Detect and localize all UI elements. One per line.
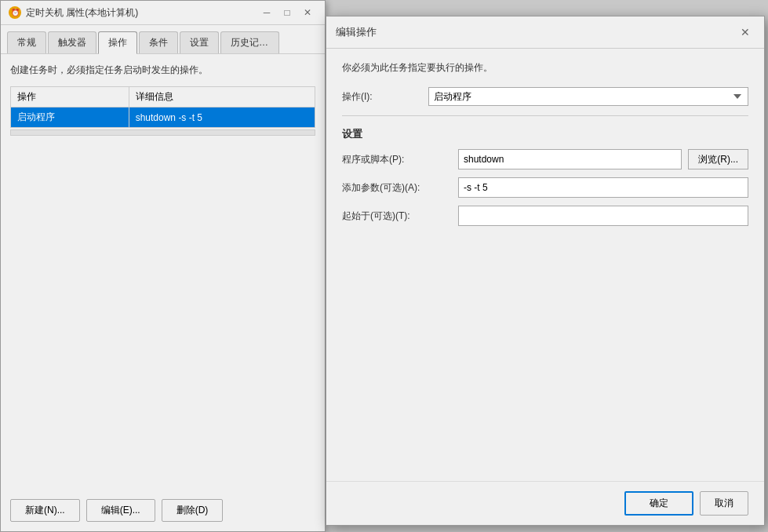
table-row[interactable]: 启动程序 shutdown -s -t 5 bbox=[11, 107, 315, 128]
bg-close-button[interactable]: ✕ bbox=[298, 5, 317, 20]
start-in-label: 起始于(可选)(T): bbox=[342, 210, 452, 223]
bg-title-controls: ─ □ ✕ bbox=[257, 5, 317, 20]
add-args-input[interactable] bbox=[458, 177, 748, 198]
task-scheduler-window: ⏰ 定时关机 属性(本地计算机) ─ □ ✕ 常规 触发器 操作 条件 设置 历… bbox=[0, 0, 326, 532]
dialog-close-button[interactable]: ✕ bbox=[736, 23, 755, 42]
edit-action-dialog: 编辑操作 ✕ 你必须为此任务指定要执行的操作。 操作(I): 启动程序 设置 程… bbox=[326, 16, 765, 526]
start-in-input[interactable] bbox=[458, 206, 748, 226]
col-detail: 详细信息 bbox=[129, 87, 315, 107]
tabs-bar: 常规 触发器 操作 条件 设置 历史记录(已... bbox=[1, 25, 325, 54]
table-scrollbar[interactable] bbox=[10, 129, 315, 136]
new-action-button[interactable]: 新建(N)... bbox=[10, 499, 80, 522]
add-args-row: 添加参数(可选)(A): bbox=[342, 177, 748, 198]
start-in-row: 起始于(可选)(T): bbox=[342, 206, 748, 226]
action-type-control: 启动程序 bbox=[428, 87, 748, 106]
tab-general[interactable]: 常规 bbox=[7, 31, 46, 53]
delete-action-button[interactable]: 删除(D) bbox=[162, 499, 224, 522]
ok-button[interactable]: 确定 bbox=[624, 491, 693, 516]
action-type-select[interactable]: 启动程序 bbox=[428, 87, 748, 106]
clock-icon: ⏰ bbox=[9, 6, 21, 19]
dialog-footer: 确定 取消 bbox=[326, 481, 764, 525]
program-input[interactable] bbox=[458, 149, 682, 169]
tab-conditions[interactable]: 条件 bbox=[139, 31, 178, 53]
dialog-hint-text: 你必须为此任务指定要执行的操作。 bbox=[342, 61, 748, 75]
bg-minimize-button[interactable]: ─ bbox=[257, 5, 276, 20]
bg-window-title: 定时关机 属性(本地计算机) bbox=[26, 6, 253, 20]
action-type-row: 操作(I): 启动程序 bbox=[342, 87, 748, 106]
edit-action-button[interactable]: 编辑(E)... bbox=[86, 499, 155, 522]
cancel-button[interactable]: 取消 bbox=[700, 491, 748, 516]
dialog-body: 你必须为此任务指定要执行的操作。 操作(I): 启动程序 设置 程序或脚本(P)… bbox=[326, 49, 764, 246]
col-action: 操作 bbox=[11, 87, 129, 107]
tab-actions[interactable]: 操作 bbox=[98, 31, 137, 54]
row-action: 启动程序 bbox=[11, 107, 129, 128]
settings-section: 设置 程序或脚本(P): 浏览(R)... 添加参数(可选)(A): 起始于(可… bbox=[342, 115, 748, 226]
action-type-label: 操作(I): bbox=[342, 90, 428, 104]
bg-title-bar: ⏰ 定时关机 属性(本地计算机) ─ □ ✕ bbox=[1, 1, 325, 25]
add-args-label: 添加参数(可选)(A): bbox=[342, 181, 452, 195]
settings-section-title: 设置 bbox=[342, 127, 748, 141]
actions-tab-content: 创建任务时，必须指定任务启动时发生的操作。 操作 详细信息 启动程序 shutd… bbox=[1, 54, 325, 145]
dialog-title: 编辑操作 bbox=[336, 25, 377, 39]
program-row: 程序或脚本(P): 浏览(R)... bbox=[342, 149, 748, 169]
dialog-title-bar: 编辑操作 ✕ bbox=[326, 16, 764, 49]
tab-triggers[interactable]: 触发器 bbox=[48, 31, 96, 53]
row-detail: shutdown -s -t 5 bbox=[129, 107, 315, 128]
browse-button[interactable]: 浏览(R)... bbox=[688, 149, 748, 169]
actions-info-text: 创建任务时，必须指定任务启动时发生的操作。 bbox=[10, 64, 315, 77]
tab-history[interactable]: 历史记录(已... bbox=[220, 31, 279, 53]
actions-buttons: 新建(N)... 编辑(E)... 删除(D) bbox=[1, 490, 232, 531]
program-label: 程序或脚本(P): bbox=[342, 153, 452, 166]
bg-maximize-button[interactable]: □ bbox=[278, 5, 297, 20]
actions-table: 操作 详细信息 启动程序 shutdown -s -t 5 bbox=[10, 86, 315, 128]
tab-settings[interactable]: 设置 bbox=[180, 31, 219, 53]
